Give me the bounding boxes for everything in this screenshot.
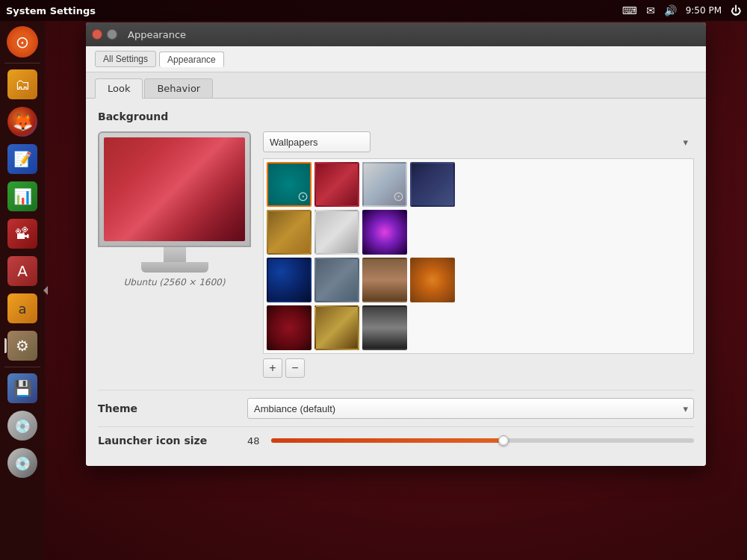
launcher-item-impress[interactable]: 📽 — [4, 216, 40, 252]
volume-icon: 🔊 — [664, 4, 677, 16]
wallpaper-grid — [263, 158, 694, 354]
wallpaper-thumb-14[interactable] — [314, 305, 359, 350]
topbar-title: System Settings — [6, 5, 622, 16]
background-content: Ubuntu (2560 × 1600) Wallpapers Pictures… — [98, 131, 694, 378]
wallpaper-thumb-4[interactable] — [410, 162, 455, 207]
tab-bar: Look Behavior — [86, 72, 706, 99]
monitor-frame — [98, 131, 251, 247]
tab-behavior[interactable]: Behavior — [144, 78, 213, 98]
firefox-icon: 🦊 — [7, 107, 37, 137]
launcher-item-calc[interactable]: 📊 — [4, 178, 40, 214]
files-icon: 🗂 — [7, 69, 37, 99]
wallpaper-thumb-6[interactable] — [314, 210, 359, 255]
keyboard-icon: ⌨ — [622, 4, 637, 16]
writer-icon: 📝 — [7, 144, 37, 174]
window-title: Appearance — [128, 29, 186, 40]
theme-label: Theme — [98, 402, 247, 414]
launcher-divider-2 — [4, 367, 40, 367]
desktop: System Settings ⌨ ✉ 🔊 9:50 PM ⏻ ⊙ 🗂 🦊 📝 — [0, 0, 747, 560]
breadcrumb-bar: All Settings Appearance — [86, 46, 706, 72]
topbar-right: ⌨ ✉ 🔊 9:50 PM ⏻ — [622, 4, 741, 16]
launcher-item-backup[interactable]: 💾 — [4, 370, 40, 406]
wallpaper-thumb-2[interactable] — [314, 162, 359, 207]
background-label: Background — [98, 111, 694, 122]
launcher-item-amazon[interactable]: a — [4, 290, 40, 326]
tab-look[interactable]: Look — [95, 78, 143, 99]
wallpaper-dropdown-area: Wallpapers Pictures Colors & Gradients — [263, 131, 694, 152]
launcher-item-settings[interactable]: ⚙ — [4, 328, 40, 364]
clock: 9:50 PM — [686, 5, 722, 16]
slider-thumb[interactable] — [498, 435, 509, 446]
wallpaper-thumb-10[interactable] — [314, 258, 359, 302]
wallpaper-panel: Wallpapers Pictures Colors & Gradients — [263, 131, 694, 378]
launcher-item-files[interactable]: 🗂 — [4, 66, 40, 102]
slider-fill — [271, 438, 503, 443]
monitor-base — [141, 262, 208, 273]
slider-value: 48 — [247, 435, 265, 447]
slider-track — [271, 438, 694, 443]
appearance-nav-button[interactable]: Appearance — [159, 52, 224, 67]
ubuntu-logo: ⊙ — [7, 26, 38, 57]
floppy-icon: 💾 — [7, 373, 37, 403]
tab-content: Background Ubuntu (2560 × 1600) — [86, 99, 706, 466]
close-button[interactable] — [92, 29, 102, 40]
launcher: ⊙ 🗂 🦊 📝 📊 📽 A a — [0, 21, 45, 560]
wallpaper-source-select[interactable]: Wallpapers Pictures Colors & Gradients — [263, 131, 371, 152]
wallpaper-thumb-15[interactable] — [362, 305, 407, 350]
wallpaper-source-dropdown[interactable]: Wallpapers Pictures Colors & Gradients — [263, 131, 694, 152]
appearance-window: Appearance All Settings Appearance Look … — [86, 22, 706, 466]
power-icon[interactable]: ⏻ — [731, 4, 741, 16]
amazon-icon: a — [7, 293, 37, 323]
all-settings-button[interactable]: All Settings — [95, 51, 156, 67]
wallpaper-thumb-3[interactable] — [362, 162, 407, 207]
launcher-item-ubuntu[interactable]: ⊙ — [4, 24, 40, 60]
launcher-size-section: Launcher icon size 48 — [98, 426, 694, 454]
launcher-item-dvd2[interactable]: 💿 — [4, 445, 40, 481]
wallpaper-thumb-11[interactable] — [362, 258, 407, 302]
active-indicator — [4, 338, 7, 353]
slider-area: 48 — [247, 435, 694, 447]
launcher-item-dvd[interactable]: 💿 — [4, 408, 40, 444]
launcher-size-label: Launcher icon size — [98, 435, 247, 447]
theme-select[interactable]: Ambiance (default) Radiance High Contras… — [247, 398, 694, 419]
topbar: System Settings ⌨ ✉ 🔊 9:50 PM ⏻ — [0, 0, 747, 21]
email-icon: ✉ — [646, 4, 655, 16]
wallpaper-thumb-7[interactable] — [362, 210, 407, 255]
minimize-button[interactable] — [107, 29, 117, 40]
monitor-caption: Ubuntu (2560 × 1600) — [124, 277, 226, 287]
wallpaper-thumb-8[interactable] — [410, 210, 455, 255]
background-section: Background Ubuntu (2560 × 1600) — [98, 111, 694, 378]
launcher-reveal-arrow[interactable] — [43, 286, 48, 295]
wallpaper-thumb-9[interactable] — [267, 258, 311, 302]
font-icon: A — [7, 256, 37, 286]
launcher-divider-1 — [4, 63, 40, 63]
monitor-neck — [164, 247, 186, 262]
theme-section: Theme Ambiance (default) Radiance High C… — [98, 390, 694, 426]
theme-dropdown[interactable]: Ambiance (default) Radiance High Contras… — [247, 398, 694, 419]
monitor-screen — [104, 137, 245, 241]
launcher-item-writer[interactable]: 📝 — [4, 141, 40, 177]
launcher-item-font[interactable]: A — [4, 253, 40, 289]
impress-icon: 📽 — [7, 219, 37, 249]
window-titlebar: Appearance — [86, 22, 706, 46]
dvd2-icon: 💿 — [7, 448, 37, 478]
wallpaper-actions: + − — [263, 358, 694, 378]
dvd-icon: 💿 — [7, 411, 37, 441]
wallpaper-thumb-13[interactable] — [267, 305, 311, 350]
calc-icon: 📊 — [7, 181, 37, 211]
remove-wallpaper-button[interactable]: − — [285, 358, 305, 378]
settings-icon: ⚙ — [7, 331, 37, 361]
wallpaper-thumb-5[interactable] — [267, 210, 311, 255]
wallpaper-thumb-1[interactable] — [267, 162, 311, 207]
monitor-preview: Ubuntu (2560 × 1600) — [98, 131, 251, 378]
wallpaper-thumb-12[interactable] — [410, 258, 455, 302]
add-wallpaper-button[interactable]: + — [263, 358, 282, 378]
launcher-item-firefox[interactable]: 🦊 — [4, 104, 40, 140]
